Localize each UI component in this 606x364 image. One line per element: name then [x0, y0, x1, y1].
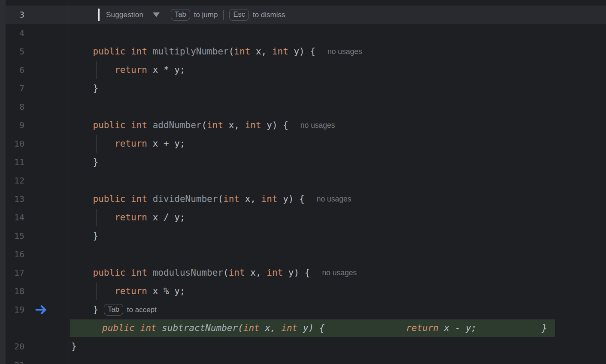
code-token-keyword: int — [281, 319, 297, 337]
code-token-keyword: int — [245, 116, 261, 135]
code-token-text: x, — [260, 319, 282, 337]
code-token-text: ( — [238, 319, 243, 337]
code-line[interactable]: return x % y; — [70, 282, 606, 301]
code-token-text — [125, 42, 131, 61]
code-token-text: x / y; — [147, 208, 185, 227]
tab-key-badge: Tab — [171, 9, 190, 21]
editor-line-9: 9 public int addNumber(int x, int y) {no… — [0, 116, 606, 135]
code-token-text: x - y; — [439, 319, 477, 337]
editor-line-suggestion: public int subtractNumber(int x, int y) … — [0, 319, 606, 337]
code-token-method-name: divideNumber — [153, 190, 218, 208]
code-line[interactable]: public int modulusNumber(int x, int y) {… — [70, 264, 606, 282]
code-token-text: x, — [239, 190, 261, 208]
code-token-method-name: modulusNumber — [153, 264, 223, 282]
esc-key-badge: Esc — [229, 9, 249, 21]
divider — [223, 10, 224, 20]
editor-line-7: 7 } — [0, 79, 606, 98]
editor-line-14: 14 return x / y; — [0, 208, 606, 227]
code-token-keyword: return — [115, 135, 147, 153]
code-token-text: x + y; — [147, 135, 185, 153]
editor-line-19: 19 }Tabto accept — [0, 301, 606, 319]
code-token-text: } — [71, 79, 98, 98]
code-token-text: ( — [201, 116, 207, 135]
code-token-text: } — [476, 319, 547, 337]
inlay-hint-no-usages[interactable]: no usages — [300, 116, 335, 135]
code-line[interactable]: } — [70, 227, 606, 245]
editor-line-12: 12 — [0, 171, 606, 190]
editor-left-strip — [0, 0, 6, 364]
code-token-text — [324, 319, 406, 337]
code-token-keyword: int — [229, 264, 245, 282]
editor-line-8: 8 — [0, 98, 606, 116]
code-token-keyword: public — [93, 190, 126, 208]
code-token-keyword: int — [261, 190, 278, 208]
code-line[interactable]: public int multiplyNumber(int x, int y) … — [70, 42, 606, 61]
code-token-text: } — [71, 153, 98, 171]
code-token-text — [156, 319, 162, 337]
code-line[interactable]: }Tabto accept — [70, 301, 606, 319]
editor-line-21: 21 — [0, 356, 606, 364]
code-line[interactable]: } — [70, 153, 606, 171]
suggestion-dropdown[interactable]: Suggestion — [106, 6, 143, 24]
code-token-text — [147, 42, 153, 61]
code-token-text: y) { — [261, 116, 288, 135]
code-token-text — [147, 116, 153, 135]
code-token-text: x, — [223, 116, 245, 135]
code-token-text — [71, 282, 115, 301]
code-token-text — [135, 319, 140, 337]
suggestion-toolbar: SuggestionTabto jumpEscto dismiss — [70, 6, 606, 24]
code-token-text — [125, 116, 131, 135]
code-line[interactable]: public int addNumber(int x, int y) {no u… — [70, 116, 606, 135]
hint-text-to-jump: to jump — [194, 6, 218, 24]
chevron-down-icon — [153, 12, 160, 17]
editor-line-20: 20} — [0, 337, 606, 356]
editor-line-6: 6 return x * y; — [0, 61, 606, 79]
code-token-keyword: return — [406, 319, 439, 337]
code-token-keyword: return — [115, 208, 147, 227]
code-token-keyword: int — [243, 319, 260, 337]
code-token-keyword: public — [93, 116, 126, 135]
code-line[interactable]: return x + y; — [70, 135, 606, 153]
code-token-text: x % y; — [147, 282, 185, 301]
code-token-keyword: int — [272, 42, 288, 61]
code-token-method-name: multiplyNumber — [153, 42, 229, 61]
inline-suggestion[interactable]: public int subtractNumber(int x, int y) … — [70, 319, 555, 337]
code-line[interactable]: } — [70, 337, 606, 356]
editor-line-5: 5 public int multiplyNumber(int x, int y… — [0, 42, 606, 61]
editor-line-11: 11 } — [0, 153, 606, 171]
code-token-text — [125, 264, 131, 282]
code-token-text — [147, 190, 153, 208]
editor-line-13: 13 public int divideNumber(int x, int y)… — [0, 190, 606, 208]
code-token-text — [71, 61, 115, 79]
editor-line-4: 4 — [0, 24, 606, 42]
accept-hint-text: to accept — [127, 301, 157, 319]
inlay-hint-no-usages[interactable]: no usages — [327, 42, 362, 61]
editor-line-3: 3SuggestionTabto jumpEscto dismiss — [0, 6, 606, 24]
code-token-keyword: int — [131, 264, 147, 282]
code-token-keyword: int — [267, 264, 283, 282]
inlay-hint-no-usages[interactable]: no usages — [322, 264, 357, 282]
code-token-keyword: int — [140, 319, 157, 337]
code-editor[interactable]: 3SuggestionTabto jumpEscto dismiss45 pub… — [0, 0, 606, 364]
code-token-keyword: return — [115, 61, 147, 79]
code-token-keyword: public — [102, 319, 135, 337]
code-token-text: ( — [218, 190, 223, 208]
code-token-text: } — [71, 301, 98, 319]
code-line[interactable]: return x / y; — [70, 208, 606, 227]
code-line[interactable]: public int divideNumber(int x, int y) {n… — [70, 190, 606, 208]
code-token-text: x, — [245, 264, 267, 282]
editor-line-15: 15 } — [0, 227, 606, 245]
code-line[interactable]: } — [70, 79, 606, 98]
inlay-hint-no-usages[interactable]: no usages — [317, 190, 351, 208]
code-token-keyword: public — [93, 264, 126, 282]
code-token-text: } — [71, 337, 77, 356]
code-token-keyword: int — [131, 190, 147, 208]
code-token-text: ( — [229, 42, 234, 61]
code-token-text: ( — [223, 264, 229, 282]
text-caret — [98, 9, 100, 21]
code-token-text: } — [71, 227, 98, 245]
hint-text-to-dismiss: to dismiss — [253, 6, 285, 24]
code-line[interactable]: return x * y; — [70, 61, 606, 79]
code-token-keyword: public — [93, 42, 126, 61]
code-token-text: x * y; — [147, 61, 185, 79]
